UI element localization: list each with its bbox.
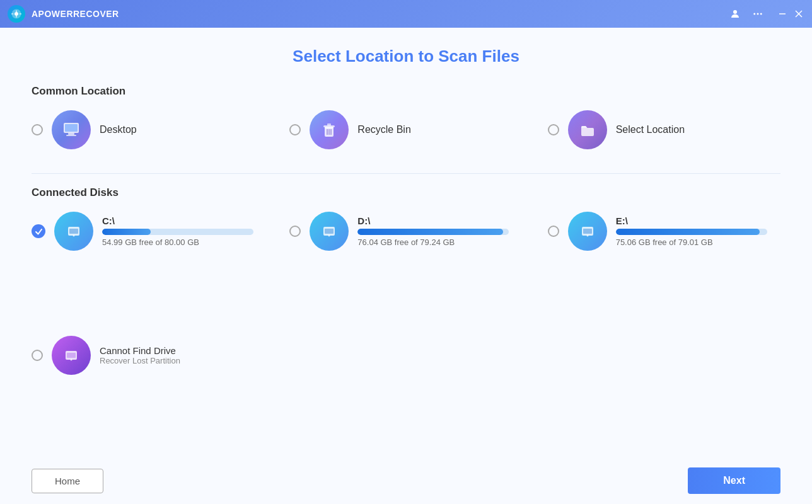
svg-rect-29 — [67, 353, 76, 358]
recycle-bin-icon-circle — [310, 110, 349, 149]
select-location-icon-circle — [568, 110, 607, 149]
common-section-label: Common Location — [32, 85, 780, 98]
disks-grid: C:\ 54.99 GB free of 80.00 GB D:\ — [32, 212, 780, 251]
svg-point-1 — [733, 10, 737, 14]
next-button[interactable]: Next — [688, 467, 780, 494]
disk-e-letter: E:\ — [616, 215, 780, 226]
svg-rect-26 — [583, 229, 592, 234]
disk-e-bar-fill — [616, 229, 760, 235]
disk-d-letter: D:\ — [357, 215, 522, 226]
location-item-select[interactable]: Select Location — [548, 110, 780, 149]
svg-rect-11 — [66, 135, 76, 136]
svg-rect-10 — [68, 133, 74, 135]
recycle-bin-label: Recycle Bin — [357, 124, 410, 135]
disk-e-info: E:\ 75.06 GB free of 79.01 GB — [616, 215, 780, 247]
svg-point-2 — [753, 13, 755, 15]
disk-e-bar-bg — [616, 229, 767, 235]
disk-e-size: 75.06 GB free of 79.01 GB — [616, 238, 780, 247]
select-location-label: Select Location — [616, 124, 685, 135]
disk-d-size: 76.04 GB free of 79.24 GB — [357, 238, 522, 247]
notfound-subtitle: Recover Lost Partition — [100, 356, 180, 365]
app-title: APOWERRECOVER — [32, 9, 726, 19]
radio-recycle[interactable] — [289, 124, 301, 135]
disk-c-bar-bg — [102, 229, 253, 235]
svg-rect-23 — [325, 229, 334, 234]
close-button[interactable] — [793, 8, 804, 20]
checkmark-c — [32, 224, 45, 238]
desktop-label: Desktop — [100, 124, 137, 135]
page-title: Select Location to Scan Files — [32, 47, 780, 66]
location-item-recycle[interactable]: Recycle Bin — [289, 110, 522, 149]
disk-item-c[interactable]: C:\ 54.99 GB free of 80.00 GB — [32, 212, 264, 251]
titlebar: APOWERRECOVER — [0, 0, 812, 28]
desktop-icon-circle — [52, 110, 91, 149]
disk-c-info: C:\ 54.99 GB free of 80.00 GB — [102, 215, 264, 247]
svg-point-24 — [328, 235, 330, 237]
radio-disk-e[interactable] — [548, 226, 559, 237]
location-item-desktop[interactable]: Desktop — [32, 110, 264, 149]
main-content: Select Location to Scan Files Common Loc… — [0, 28, 812, 457]
common-location-grid: Desktop Recycle Bin — [32, 110, 780, 149]
notfound-info: Cannot Find Drive Recover Lost Partition — [100, 345, 180, 365]
footer: Home Next — [0, 457, 812, 504]
svg-rect-18 — [327, 123, 331, 126]
radio-disk-d[interactable] — [289, 226, 301, 237]
svg-point-27 — [586, 235, 588, 237]
svg-point-4 — [760, 13, 762, 15]
svg-point-21 — [73, 235, 75, 237]
cannot-find-drive-item[interactable]: Cannot Find Drive Recover Lost Partition — [32, 266, 208, 445]
radio-desktop[interactable] — [32, 124, 43, 135]
disk-d-info: D:\ 76.04 GB free of 79.24 GB — [357, 215, 522, 247]
radio-notfound[interactable] — [32, 350, 43, 361]
disk-e-icon — [568, 212, 607, 251]
svg-rect-9 — [65, 124, 78, 132]
svg-point-30 — [71, 359, 72, 361]
disk-c-icon — [54, 212, 93, 251]
section-divider — [32, 173, 780, 174]
app-logo — [8, 5, 25, 23]
svg-point-3 — [757, 13, 759, 15]
disk-item-d[interactable]: D:\ 76.04 GB free of 79.24 GB — [289, 212, 522, 251]
titlebar-controls — [726, 5, 804, 23]
user-icon-btn[interactable] — [726, 5, 744, 23]
disk-d-bar-bg — [357, 229, 509, 235]
disk-d-icon — [310, 212, 349, 251]
svg-rect-20 — [69, 229, 78, 234]
disk-d-bar-fill — [357, 229, 502, 235]
notfound-title: Cannot Find Drive — [100, 345, 180, 356]
disks-section-label: Connected Disks — [32, 186, 780, 199]
disk-c-letter: C:\ — [102, 215, 264, 226]
more-options-btn[interactable] — [749, 5, 767, 23]
home-button[interactable]: Home — [32, 469, 103, 493]
notfound-icon-circle — [52, 336, 91, 375]
minimize-button[interactable] — [777, 8, 788, 20]
radio-select-location[interactable] — [548, 124, 559, 135]
disk-c-size: 54.99 GB free of 80.00 GB — [102, 238, 264, 247]
disk-c-bar-fill — [102, 229, 151, 235]
disk-item-e[interactable]: E:\ 75.06 GB free of 79.01 GB — [548, 212, 780, 251]
